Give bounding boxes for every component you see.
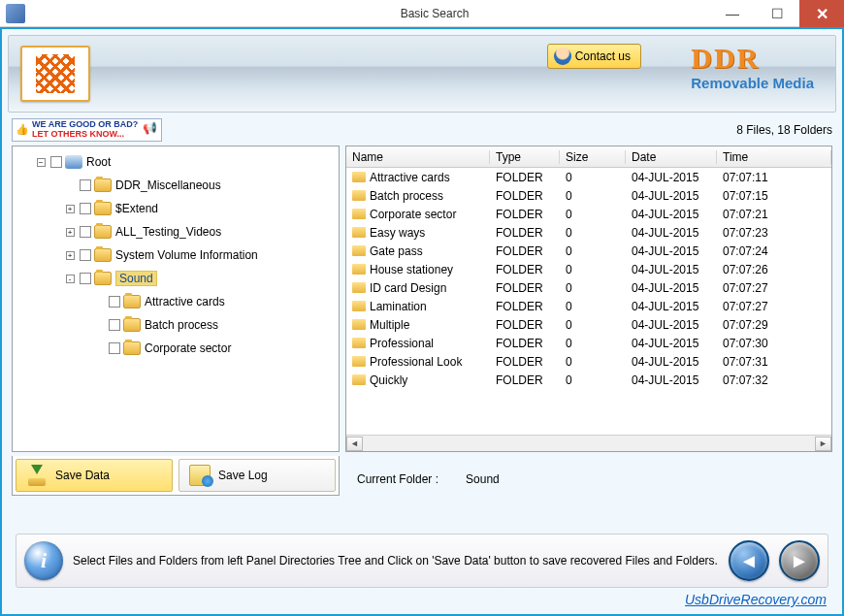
table-row[interactable]: LaminationFOLDER004-JUL-201507:07:27 [346,297,831,315]
checkbox[interactable] [80,273,91,284]
col-name[interactable]: Name [346,150,490,164]
checkbox[interactable] [109,296,120,308]
tree-item[interactable]: Corporate sector [92,337,337,360]
tree-scroll[interactable]: − Root DDR_Miscellaneous+$Extend+ALL_Tes… [13,146,339,451]
tree-item[interactable]: +System Volume Information [63,243,337,267]
cell-size: 0 [560,208,626,221]
maximize-button[interactable]: ☐ [755,0,799,27]
cell-time: 07:07:27 [717,281,831,295]
contact-us-button[interactable]: Contact us [547,44,641,69]
table-row[interactable]: House stationeyFOLDER004-JUL-201507:07:2… [346,260,831,278]
cell-name: House stationey [370,263,453,276]
table-row[interactable]: Gate passFOLDER004-JUL-201507:07:24 [346,242,831,260]
cell-name: Attractive cards [370,171,450,184]
table-row[interactable]: Easy waysFOLDER004-JUL-201507:07:23 [346,223,831,242]
cell-name: ID card Design [370,281,446,295]
cell-name: Batch process [370,189,443,203]
collapse-icon[interactable]: − [37,158,46,167]
expand-icon[interactable]: + [66,251,75,260]
col-size[interactable]: Size [560,150,626,164]
folder-icon [94,202,112,215]
cell-size: 0 [560,263,626,276]
checkbox[interactable] [109,319,120,331]
table-row[interactable]: QuicklyFOLDER004-JUL-201507:07:32 [346,371,831,389]
folder-icon [352,374,366,385]
checkbox[interactable] [80,249,91,261]
save-log-button[interactable]: Save Log [179,459,336,492]
cell-name: Easy ways [370,226,425,240]
cell-type: FOLDER [490,373,560,387]
brand-main: DDR [691,44,814,73]
cell-name: Professional [370,337,434,350]
table-header: Name Type Size Date Time [346,146,831,168]
feedback-promo[interactable]: 👍 WE ARE GOOD OR BAD? LET OTHERS KNOW...… [12,118,162,142]
table-row[interactable]: Attractive cardsFOLDER004-JUL-201507:07:… [346,168,831,186]
cell-type: FOLDER [490,337,560,350]
cell-date: 04-JUL-2015 [626,281,717,295]
scroll-right-icon[interactable]: ► [815,437,831,451]
cell-size: 0 [560,244,626,258]
save-data-button[interactable]: Save Data [16,459,173,492]
cell-type: FOLDER [490,171,560,184]
close-button[interactable]: ✕ [799,0,844,27]
tree-item[interactable]: DDR_Miscellaneous [63,174,337,197]
checkbox[interactable] [109,342,120,354]
tree-root[interactable]: − Root [34,150,337,174]
header-banner: Contact us DDR Removable Media [8,35,836,113]
cell-time: 07:07:31 [717,355,831,369]
col-type[interactable]: Type [490,150,560,164]
cell-type: FOLDER [490,244,560,258]
tree-item[interactable]: +ALL_Testing_Videos [63,220,337,243]
forward-button[interactable]: ► [779,540,820,581]
col-date[interactable]: Date [626,150,717,164]
cell-size: 0 [560,355,626,369]
folder-icon [94,272,112,285]
checkbox[interactable] [80,203,91,214]
tree-item[interactable]: Batch process [92,313,337,337]
folder-icon [123,295,141,308]
cell-date: 04-JUL-2015 [626,208,717,221]
folder-icon [352,245,366,256]
site-link[interactable]: UsbDriveRecovery.com [2,592,827,607]
table-row[interactable]: ID card DesignFOLDER004-JUL-201507:07:27 [346,278,831,297]
folder-icon [352,264,366,275]
cell-time: 07:07:24 [717,244,831,258]
promo-line2: LET OTHERS KNOW... [32,130,138,140]
person-icon [554,48,571,65]
back-button[interactable]: ◄ [729,540,769,581]
scroll-left-icon[interactable]: ◄ [346,437,363,451]
app-icon [6,4,25,23]
table-row[interactable]: Corporate sectorFOLDER004-JUL-201507:07:… [346,205,831,223]
collapse-icon[interactable]: - [66,275,75,283]
tree-item[interactable]: Attractive cards [92,290,337,313]
table-row[interactable]: Batch processFOLDER004-JUL-201507:07:15 [346,186,831,205]
save-data-label: Save Data [55,469,110,482]
cell-size: 0 [560,337,626,350]
expand-icon[interactable]: + [66,205,75,213]
thumbs-up-icon: 👍 [16,123,29,135]
folder-icon [94,225,112,239]
scroll-track[interactable] [363,437,815,451]
expand-icon[interactable]: + [66,228,75,237]
cell-time: 07:07:27 [717,300,831,313]
table-row[interactable]: ProfessionalFOLDER004-JUL-201507:07:30 [346,334,831,352]
checkbox[interactable] [80,179,91,191]
table-row[interactable]: Professional LookFOLDER004-JUL-201507:07… [346,352,831,371]
checkbox[interactable] [50,156,62,168]
checkbox[interactable] [80,226,91,238]
tree-item[interactable]: +$Extend [63,197,337,220]
footer-text: Select Files and Folders from left Panel… [73,554,719,567]
col-time[interactable]: Time [717,150,831,164]
folder-icon [123,341,141,355]
cell-date: 04-JUL-2015 [626,171,717,184]
tree-item[interactable]: -Sound [63,267,337,290]
tree-label: Sound [115,271,157,286]
table-row[interactable]: MultipleFOLDER004-JUL-201507:07:29 [346,315,831,334]
folder-icon [94,248,112,262]
table-body[interactable]: Attractive cardsFOLDER004-JUL-201507:07:… [346,168,831,435]
cell-name: Gate pass [370,244,423,258]
current-folder-label: Current Folder : [357,472,438,486]
minimize-button[interactable]: — [710,0,755,27]
info-icon: i [24,541,63,580]
h-scrollbar[interactable]: ◄ ► [346,435,831,451]
